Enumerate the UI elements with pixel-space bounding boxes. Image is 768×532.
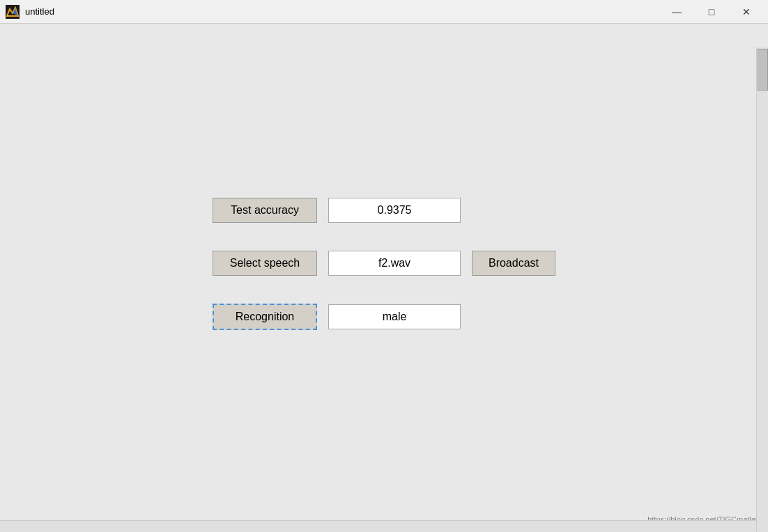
- test-accuracy-label: Test accuracy: [213, 198, 317, 223]
- matlab-icon: [6, 5, 20, 19]
- recognition-row: Recognition: [213, 304, 461, 330]
- recognition-result-field[interactable]: [328, 304, 461, 329]
- title-bar-left: untitled: [6, 5, 54, 19]
- window-title: untitled: [25, 6, 54, 17]
- test-accuracy-field[interactable]: [328, 198, 461, 223]
- scrollbar-right[interactable]: [756, 47, 768, 532]
- scrollbar-bottom[interactable]: [0, 520, 756, 532]
- recognition-button[interactable]: Recognition: [213, 304, 317, 330]
- broadcast-button[interactable]: Broadcast: [472, 251, 555, 276]
- scrollbar-thumb: [758, 49, 768, 91]
- title-bar-buttons: — □ ✕: [661, 1, 762, 22]
- title-bar: untitled — □ ✕: [0, 0, 768, 24]
- speech-file-field[interactable]: [328, 251, 461, 276]
- select-speech-row: Select speech Broadcast: [213, 251, 555, 276]
- maximize-button[interactable]: □: [696, 1, 728, 22]
- center-panel: Test accuracy Select speech Broadcast Re…: [213, 198, 555, 330]
- select-speech-button[interactable]: Select speech: [213, 251, 317, 276]
- test-accuracy-row: Test accuracy: [213, 198, 461, 223]
- close-button[interactable]: ✕: [730, 1, 762, 22]
- minimize-button[interactable]: —: [661, 1, 693, 22]
- main-content: Test accuracy Select speech Broadcast Re…: [0, 24, 768, 532]
